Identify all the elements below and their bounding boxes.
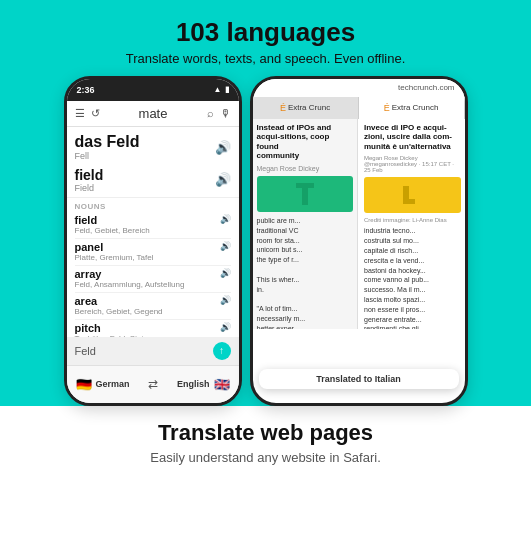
article-image-1 <box>257 176 354 212</box>
noun-synonyms: Feld, Ansammlung, Aufstellung <box>75 280 185 289</box>
noun-word: area <box>75 295 163 307</box>
noun-synonyms: Platte, Gremium, Tafel <box>75 253 154 262</box>
lang-from: 🇩🇪 German <box>75 375 130 393</box>
top-subtitle: Translate words, texts, and speech. Even… <box>126 51 406 66</box>
translation-toast: Translated to Italian <box>259 369 459 389</box>
phones-row: 2:36 ▲ ▮ ☰ ↺ mate ⌕ 🎙 das Feld Fe <box>10 76 521 406</box>
noun-word: panel <box>75 241 154 253</box>
input-area[interactable]: Feld ↑ <box>67 337 239 365</box>
article-image-2 <box>364 177 461 213</box>
refresh-icon: ↺ <box>91 107 100 120</box>
swap-icon[interactable]: ⇄ <box>148 377 158 391</box>
status-bar-left: 2:36 ▲ ▮ <box>67 79 239 101</box>
noun-synonyms: Bereich, Gebiet, Gegend <box>75 307 163 316</box>
mic-icon[interactable]: 🎙 <box>220 107 231 119</box>
lang-from-label: German <box>96 379 130 389</box>
article-body-1: public are m...traditional VCroom for st… <box>257 216 354 329</box>
lang-to: English 🇬🇧 <box>177 375 231 393</box>
phone-right: techcrunch.com É Extra Crunc É Extra Cru… <box>250 76 468 406</box>
status-bar-right: techcrunch.com <box>253 79 465 97</box>
send-button[interactable]: ↑ <box>213 342 231 360</box>
speaker-noun-1[interactable]: 🔊 <box>220 214 231 224</box>
article-heading-1: Instead of IPOs and acqui-sitions, coop … <box>257 123 354 161</box>
browser-tab-2[interactable]: É Extra Crunch <box>359 97 465 119</box>
menu-icon: ☰ <box>75 107 85 120</box>
article-author-1: Megan Rose Dickey <box>257 165 354 172</box>
lang-to-label: English <box>177 379 210 389</box>
search-bar[interactable]: ☰ ↺ mate ⌕ 🎙 <box>67 101 239 127</box>
tab-label-1: Extra Crunc <box>288 103 330 112</box>
phone-left: 2:36 ▲ ▮ ☰ ↺ mate ⌕ 🎙 das Feld Fe <box>64 76 242 406</box>
noun-word: open country <box>75 403 145 406</box>
section-noun-label: NOUNS <box>67 198 239 212</box>
battery-icon: ▮ <box>225 85 229 94</box>
flag-english: 🇬🇧 <box>213 375 231 393</box>
top-section: 103 languages Translate words, texts, an… <box>0 0 531 406</box>
article-col-italian: Invece di IPO e acqui-zioni, uscire dall… <box>360 119 465 329</box>
bottom-title: Translate web pages <box>158 420 373 446</box>
t-logo <box>296 183 314 205</box>
website-label: techcrunch.com <box>398 83 454 92</box>
search-icon[interactable]: ⌕ <box>207 107 214 119</box>
article-heading-2: Invece di IPO e acqui-zioni, uscire dall… <box>364 123 461 152</box>
browser-tabs: É Extra Crunc É Extra Crunch <box>253 97 465 119</box>
translated-phonetic: Field <box>75 183 104 193</box>
noun-synonyms: Feld, Gebiet, Bereich <box>75 226 150 235</box>
bottom-section: Translate web pages Easily understand an… <box>0 406 531 560</box>
flag-german: 🇩🇪 <box>75 375 93 393</box>
noun-item: arrayFeld, Ansammlung, Aufstellung 🔊 <box>75 266 231 293</box>
tab-favicon-2: É <box>384 103 390 113</box>
l-logo <box>403 186 421 204</box>
translated-word: field <box>75 167 104 183</box>
speaker-icon[interactable]: 🔊 <box>215 140 231 155</box>
speaker-noun-5[interactable]: 🔊 <box>220 322 231 332</box>
article-author-2: Megan Rose Dickey@meganrosedickey · 15:1… <box>364 155 461 173</box>
bottom-subtitle: Easily understand any website in Safari. <box>150 450 381 465</box>
original-phonetic: Fell <box>75 151 140 161</box>
original-word: das Feld <box>75 133 140 151</box>
speaker-icon-2[interactable]: 🔊 <box>215 172 231 187</box>
noun-item: panelPlatte, Gremium, Tafel 🔊 <box>75 239 231 266</box>
speaker-noun-3[interactable]: 🔊 <box>220 268 231 278</box>
browser-tab-1[interactable]: É Extra Crunc <box>253 97 359 119</box>
time: 2:36 <box>77 85 95 95</box>
language-bar: 🇩🇪 German ⇄ English 🇬🇧 <box>67 365 239 403</box>
wifi-icon: ▲ <box>214 85 222 94</box>
noun-item: areaBereich, Gebiet, Gegend 🔊 <box>75 293 231 320</box>
image-credit: Crediti immagine: Li-Anne Dias <box>364 217 461 223</box>
tab-label-2: Extra Crunch <box>392 103 439 112</box>
top-title: 103 languages <box>176 18 355 47</box>
input-field[interactable]: Feld <box>75 345 213 357</box>
speaker-noun-4[interactable]: 🔊 <box>220 295 231 305</box>
noun-word: pitch <box>75 322 162 334</box>
article-area: Instead of IPOs and acqui-sitions, coop … <box>253 119 465 329</box>
app-name: mate <box>106 106 201 121</box>
noun-word: field <box>75 214 150 226</box>
noun-word: array <box>75 268 185 280</box>
speaker-noun-2[interactable]: 🔊 <box>220 241 231 251</box>
status-icons: ▲ ▮ <box>214 85 229 94</box>
noun-item: fieldFeld, Gebiet, Bereich 🔊 <box>75 212 231 239</box>
main-translation: das Feld Fell 🔊 field Field 🔊 <box>67 127 239 198</box>
tab-favicon-1: É <box>280 103 286 113</box>
article-body-2: industria tecno...costruita sul mo...cap… <box>364 226 461 328</box>
article-col-english: Instead of IPOs and acqui-sitions, coop … <box>253 119 359 329</box>
